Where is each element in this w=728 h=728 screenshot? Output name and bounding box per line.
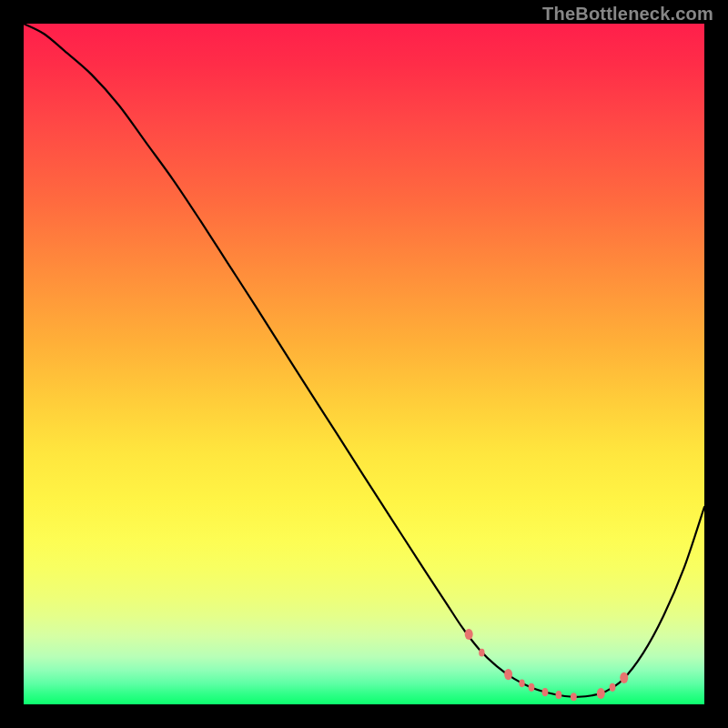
curve-marker bbox=[556, 691, 562, 699]
curve-marker bbox=[620, 672, 628, 683]
bottleneck-curve bbox=[24, 24, 704, 697]
curve-marker bbox=[610, 683, 616, 692]
curve-marker bbox=[571, 693, 577, 701]
curve-marker bbox=[529, 683, 535, 692]
chart-curve-layer bbox=[24, 24, 704, 704]
curve-marker bbox=[465, 629, 473, 640]
chart-stage: TheBottleneck.com bbox=[0, 0, 728, 728]
curve-marker bbox=[504, 669, 512, 680]
curve-marker bbox=[542, 688, 549, 696]
curve-marker bbox=[519, 679, 524, 687]
curve-marker bbox=[597, 688, 605, 699]
watermark: TheBottleneck.com bbox=[542, 4, 713, 25]
curve-marker bbox=[479, 649, 484, 657]
curve-markers bbox=[465, 629, 629, 701]
chart-plot-area bbox=[24, 24, 704, 704]
